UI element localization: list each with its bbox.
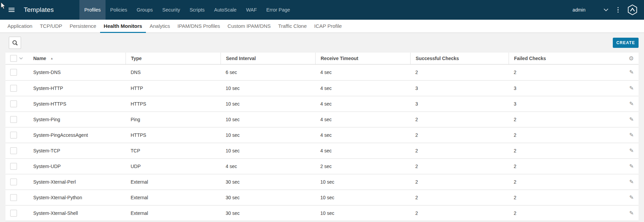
row-select-cell	[5, 194, 27, 201]
row-actions-cell: ✎	[624, 210, 639, 216]
table-body: System-DNS DNS 6 sec 4 sec 2 2 ✎ System-…	[5, 64, 639, 221]
cell-name[interactable]: System-Ping	[27, 117, 126, 122]
edit-pencil-icon[interactable]: ✎	[629, 164, 634, 169]
chevron-down-icon[interactable]	[603, 8, 609, 12]
tab-label: IPAM/DNS Profiles	[177, 23, 220, 29]
cell-failed-checks: 2	[509, 117, 624, 122]
row-actions-cell: ✎	[624, 132, 639, 138]
avi-hexagon-logo-icon	[627, 4, 638, 15]
tab-item[interactable]: Traffic Clone	[274, 20, 310, 33]
cell-type: External	[126, 195, 221, 200]
row-checkbox[interactable]	[10, 163, 17, 170]
cell-send-interval: 30 sec	[221, 210, 315, 216]
column-header-receive-timeout[interactable]: Receive Timeout	[315, 53, 410, 64]
row-checkbox[interactable]	[10, 132, 17, 138]
hamburger-menu-icon[interactable]	[8, 7, 15, 13]
column-header-successful-checks[interactable]: Successful Checks	[410, 53, 509, 64]
cell-name[interactable]: System-Xternal-Shell	[27, 210, 126, 216]
navbar-menu-item[interactable]: WAF	[241, 0, 262, 20]
edit-pencil-icon[interactable]: ✎	[629, 101, 634, 107]
edit-pencil-icon[interactable]: ✎	[629, 195, 634, 200]
row-checkbox[interactable]	[10, 194, 17, 201]
column-header-send-interval[interactable]: Send Interval	[221, 53, 315, 64]
tab-item[interactable]: Application	[4, 20, 36, 33]
edit-pencil-icon[interactable]: ✎	[629, 210, 634, 216]
tab-item[interactable]: Analytics	[146, 20, 174, 33]
edit-pencil-icon[interactable]: ✎	[629, 70, 634, 75]
navbar-menu-item[interactable]: Profiles	[79, 0, 105, 20]
user-menu-label[interactable]: admin	[572, 7, 585, 13]
cell-receive-timeout: 4 sec	[315, 148, 410, 153]
navbar-menu-item[interactable]: Error Page	[262, 0, 295, 20]
edit-pencil-icon[interactable]: ✎	[629, 148, 634, 153]
row-checkbox[interactable]	[10, 179, 17, 185]
cell-name[interactable]: System-Xternal-Perl	[27, 179, 126, 185]
navbar-menu-item[interactable]: Security	[157, 0, 185, 20]
cell-failed-checks: 2	[509, 210, 624, 216]
tab-label: Custom IPAM/DNS	[228, 23, 271, 29]
cell-send-interval: 10 sec	[221, 117, 315, 122]
row-checkbox[interactable]	[10, 116, 17, 123]
cell-receive-timeout: 4 sec	[315, 117, 410, 122]
cell-type: DNS	[126, 70, 221, 75]
select-dropdown-chevron-icon[interactable]	[19, 57, 23, 60]
navbar-menu-item[interactable]: Scripts	[185, 0, 209, 20]
cell-name[interactable]: System-Xternal-Python	[27, 195, 126, 200]
cell-type: HTTP	[126, 86, 221, 91]
row-checkbox[interactable]	[10, 69, 17, 76]
search-button[interactable]	[9, 37, 21, 49]
row-checkbox[interactable]	[10, 85, 17, 92]
tab-item[interactable]: TCP/UDP	[36, 20, 66, 33]
row-checkbox[interactable]	[10, 147, 17, 154]
row-actions-cell: ✎	[624, 179, 639, 185]
row-checkbox[interactable]	[10, 210, 17, 217]
table-row: System-HTTPS HTTPS 10 sec 4 sec 3 3 ✎	[5, 96, 639, 111]
tab-item[interactable]: Persistence	[66, 20, 100, 33]
row-actions-cell: ✎	[624, 86, 639, 91]
navbar-menu-item-label: Scripts	[190, 7, 205, 13]
select-all-checkbox[interactable]	[10, 55, 17, 62]
edit-pencil-icon[interactable]: ✎	[629, 86, 634, 91]
cell-receive-timeout: 10 sec	[315, 195, 410, 200]
column-header-name[interactable]: Name ▲	[27, 53, 126, 64]
cell-send-interval: 30 sec	[221, 195, 315, 200]
edit-pencil-icon[interactable]: ✎	[629, 132, 634, 138]
cell-name[interactable]: System-HTTP	[27, 86, 126, 91]
create-button[interactable]: CREATE	[613, 38, 639, 48]
tab-item[interactable]: Custom IPAM/DNS	[224, 20, 274, 33]
gear-icon[interactable]: ⚙	[629, 56, 634, 61]
tab-item[interactable]: ICAP Profile	[310, 20, 345, 33]
edit-pencil-icon[interactable]: ✎	[629, 179, 634, 185]
cell-receive-timeout: 4 sec	[315, 70, 410, 75]
tab-item[interactable]: Health Monitors	[100, 20, 146, 33]
tab-label: ICAP Profile	[314, 23, 342, 29]
cell-type: HTTPS	[126, 132, 221, 138]
cell-name[interactable]: System-HTTPS	[27, 101, 126, 107]
row-checkbox[interactable]	[10, 100, 17, 107]
column-header-type[interactable]: Type	[126, 53, 221, 64]
tab-label: Health Monitors	[104, 23, 142, 29]
cell-send-interval: 10 sec	[221, 101, 315, 107]
sort-ascending-icon[interactable]: ▲	[50, 57, 53, 60]
cell-successful-checks: 2	[410, 148, 509, 153]
table-row: System-TCP TCP 10 sec 4 sec 2 2 ✎	[5, 143, 639, 158]
cell-name[interactable]: System-PingAccessAgent	[27, 132, 126, 138]
table-row: System-Xternal-Perl External 30 sec 10 s…	[5, 174, 639, 189]
navbar-menu-item[interactable]: AutoScale	[209, 0, 241, 20]
top-navbar: Templates Profiles Policies Groups Secur…	[0, 0, 644, 20]
table-row: System-DNS DNS 6 sec 4 sec 2 2 ✎	[5, 64, 639, 80]
row-actions-cell: ✎	[624, 70, 639, 75]
column-header-failed-checks[interactable]: Failed Checks	[509, 53, 624, 64]
navbar-right: admin	[572, 4, 638, 15]
tab-item[interactable]: IPAM/DNS Profiles	[174, 20, 224, 33]
cell-name[interactable]: System-DNS	[27, 70, 126, 75]
navbar-menu-item[interactable]: Policies	[106, 0, 132, 20]
kebab-menu-icon[interactable]	[618, 6, 619, 13]
navbar-menu-item[interactable]: Groups	[132, 0, 158, 20]
edit-pencil-icon[interactable]: ✎	[629, 117, 634, 122]
cell-send-interval: 4 sec	[221, 164, 315, 169]
health-monitors-table: Name ▲ Type Send Interval Receive Timeou…	[5, 53, 639, 221]
cell-name[interactable]: System-TCP	[27, 148, 126, 153]
navbar-menu: Profiles Policies Groups Security Script…	[79, 0, 295, 20]
cell-name[interactable]: System-UDP	[27, 164, 126, 169]
